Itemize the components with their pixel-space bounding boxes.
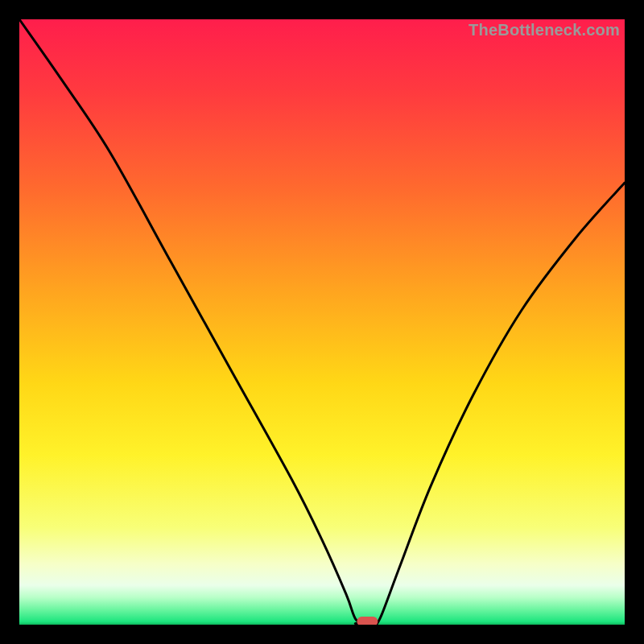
bottleneck-chart [19,19,625,625]
optimal-marker [357,617,378,625]
chart-frame: TheBottleneck.com [19,19,625,625]
gradient-background [19,19,625,625]
watermark-text: TheBottleneck.com [469,21,620,39]
